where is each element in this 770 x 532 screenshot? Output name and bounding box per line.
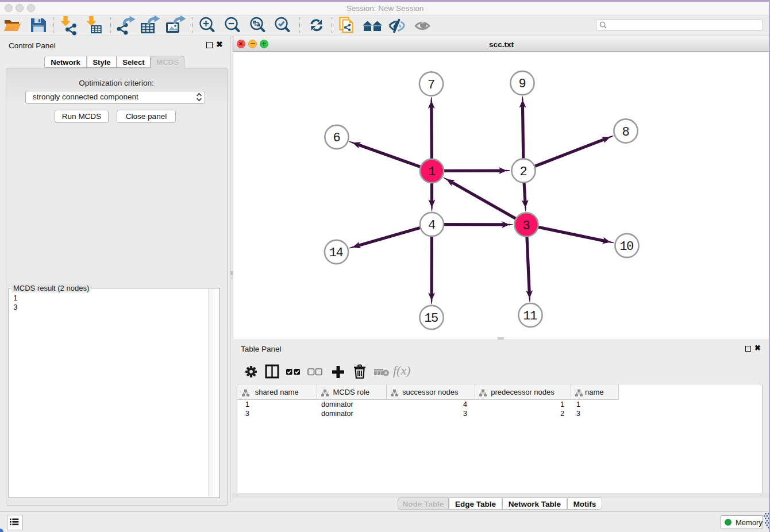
svg-text:14: 14 bbox=[329, 246, 344, 260]
svg-text:9: 9 bbox=[518, 77, 526, 91]
svg-text:3: 3 bbox=[522, 219, 530, 233]
svg-text:1: 1 bbox=[428, 165, 436, 179]
svg-text:15: 15 bbox=[424, 311, 438, 326]
svg-text:4: 4 bbox=[428, 218, 436, 233]
svg-text:8: 8 bbox=[622, 125, 629, 140]
svg-text:10: 10 bbox=[619, 240, 633, 254]
svg-text:11: 11 bbox=[523, 309, 537, 323]
svg-text:7: 7 bbox=[428, 78, 435, 92]
svg-text:6: 6 bbox=[333, 131, 340, 145]
svg-text:2: 2 bbox=[519, 165, 527, 179]
